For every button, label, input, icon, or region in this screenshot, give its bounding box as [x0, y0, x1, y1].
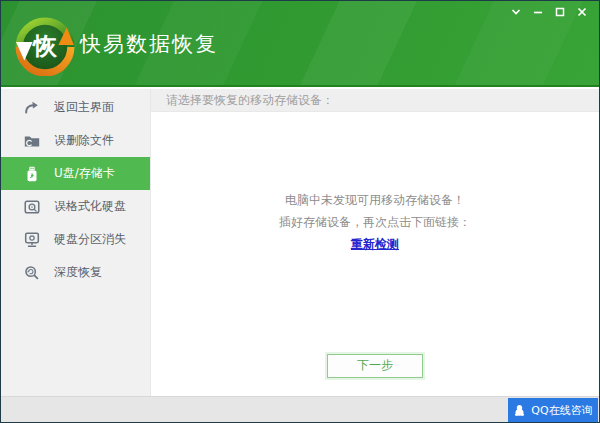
main-content: 请选择要恢复的移动存储设备： 电脑中未发现可用移动存储设备！ 插好存储设备，再次…: [151, 89, 599, 396]
usb-drive-icon: [23, 165, 41, 183]
sidebar-item-deep-recovery[interactable]: 深度恢复: [1, 256, 150, 289]
sidebar-item-deleted-files[interactable]: 误删除文件: [1, 124, 150, 157]
no-device-message: 电脑中未发现可用移动存储设备！ 插好存储设备，再次点击下面链接： 重新检测: [151, 189, 599, 253]
app-logo-icon: 恢: [14, 14, 76, 76]
chevron-down-icon[interactable]: [509, 5, 523, 19]
content-strip-title: 请选择要恢复的移动存储设备：: [151, 89, 599, 112]
close-icon[interactable]: [575, 5, 589, 19]
sidebar-item-formatted-disk[interactable]: 误格式化硬盘: [1, 190, 150, 223]
app-title: 快易数据恢复: [80, 1, 218, 87]
sidebar-item-label: 返回主界面: [54, 99, 114, 116]
disk-partition-icon: [23, 231, 41, 249]
maximize-icon[interactable]: [553, 5, 567, 19]
return-arrow-icon: [23, 99, 41, 117]
folder-icon: [23, 132, 41, 150]
message-line-2: 插好存储设备，再次点击下面链接：: [151, 211, 599, 233]
next-step-button[interactable]: 下一步: [327, 354, 423, 378]
sidebar-item-label: 误格式化硬盘: [54, 198, 126, 215]
footer-bar: QQ在线咨询: [1, 396, 599, 422]
sidebar-item-label: 深度恢复: [54, 264, 102, 281]
sidebar-item-label: 硬盘分区消失: [54, 231, 126, 248]
svg-text:恢: 恢: [31, 32, 57, 60]
sidebar-item-return-home[interactable]: 返回主界面: [1, 91, 150, 124]
hard-disk-icon: [23, 198, 41, 216]
deep-scan-icon: [23, 264, 41, 282]
sidebar-item-label: U盘/存储卡: [54, 165, 115, 182]
title-bar: 恢 快易数据恢复: [1, 1, 599, 87]
sidebar-item-usb-storage[interactable]: U盘/存储卡: [1, 157, 150, 190]
window-controls: [509, 5, 589, 19]
sidebar-item-label: 误删除文件: [54, 132, 114, 149]
minimize-icon[interactable]: [531, 5, 545, 19]
sidebar: 返回主界面 误删除文件 U盘/存储卡 误格式化硬盘 硬盘分区消失: [1, 89, 151, 396]
retry-detect-link[interactable]: 重新检测: [351, 236, 399, 253]
qq-consult-button[interactable]: QQ在线咨询: [508, 398, 598, 422]
app-window: 恢 快易数据恢复 返回主界面: [0, 0, 600, 423]
sidebar-item-lost-partition[interactable]: 硬盘分区消失: [1, 223, 150, 256]
qq-penguin-icon: [513, 404, 526, 417]
message-line-1: 电脑中未发现可用移动存储设备！: [151, 189, 599, 211]
qq-button-label: QQ在线咨询: [531, 403, 592, 418]
